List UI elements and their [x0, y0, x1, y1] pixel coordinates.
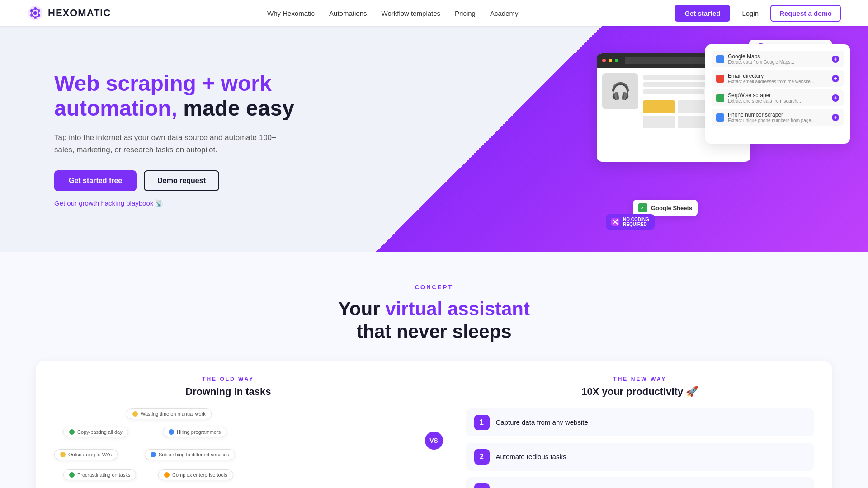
workflow-item-4: Phone number scraper Extract unique phon… — [712, 109, 844, 126]
nav-get-started-button[interactable]: Get started — [675, 5, 730, 22]
logo-text: HEXOMATIC — [48, 7, 111, 19]
svg-point-7 — [33, 11, 37, 15]
hero-subtitle: Tap into the internet as your own data s… — [54, 131, 298, 156]
old-way-title: Drowning in tasks — [54, 386, 402, 398]
nav-pricing[interactable]: Pricing — [455, 9, 476, 17]
hero-title: Web scraping + work automation, made eas… — [54, 71, 298, 121]
node-complex-tools: Complex enterprise tools — [158, 469, 233, 480]
hero-title-dark: made easy — [177, 96, 294, 120]
node-manual-work: Wasting time on manual work — [127, 408, 212, 419]
node-programmers: Hiring programmers — [163, 427, 226, 437]
node-dot-4 — [60, 452, 66, 457]
new-way-title: 10X your productivity 🚀 — [466, 386, 814, 398]
hero-buttons: Get started free Demo request — [54, 170, 298, 191]
node-diagram: Wasting time on manual work Copy-pasting… — [54, 408, 402, 481]
workflow-text-2: Email directory Extract email addresses … — [728, 73, 814, 84]
sheets-icon: ✓ — [638, 203, 647, 212]
grid-cell-4 — [643, 116, 675, 128]
workflow-item-1: Google Maps Extract data from Google Map… — [712, 51, 844, 67]
concept-label: CONCEPT — [36, 284, 832, 291]
hero-illustration: 24/7 FROM THE CLOUD 🎧 — [597, 44, 850, 225]
node-dot-1 — [132, 411, 138, 417]
workflow-add-2[interactable] — [832, 75, 839, 82]
nav-demo-button[interactable]: Request a demo — [770, 5, 841, 22]
concept-title: Your virtual assistant that never sleeps — [36, 298, 832, 343]
hero-title-purple: automation, — [54, 96, 177, 120]
new-way-item-1: 1 Capture data from any website — [466, 408, 814, 436]
concept-title-regular: Your — [338, 298, 385, 319]
nav-workflow-templates[interactable]: Workflow templates — [382, 9, 441, 17]
node-dot-6 — [69, 472, 75, 478]
hero-section: Web scraping + work automation, made eas… — [0, 26, 868, 252]
workflow-icon-3 — [716, 94, 724, 102]
new-way-panel: THE NEW WAY 10X your productivity 🚀 1 Ca… — [448, 361, 832, 488]
product-image: 🎧 — [602, 73, 638, 109]
new-way-item-3: 3 Scale your work on autopilot — [466, 477, 814, 488]
vs-divider: VS — [420, 361, 448, 488]
nav-why[interactable]: Why Hexomatic — [267, 9, 315, 17]
nav-login-button[interactable]: Login — [736, 5, 765, 22]
old-way-panel: THE OLD WAY Drowning in tasks Wasting ti… — [36, 361, 420, 488]
sheets-badge: ✓ Google Sheets — [633, 200, 698, 216]
browser-dot-red — [602, 59, 606, 62]
node-copy-paste: Copy-pasting all day — [63, 427, 128, 437]
hero-playbook-link[interactable]: Get our growth hacking playbook 📡 — [54, 199, 164, 207]
new-way-label: THE NEW WAY — [466, 376, 814, 382]
vs-badge: VS — [425, 432, 443, 450]
item-number-3: 3 — [474, 483, 490, 488]
new-way-items: 1 Capture data from any website 2 Automa… — [466, 408, 814, 488]
hero-title-line1: Web scraping + work — [54, 71, 272, 95]
concept-title-purple: virtual assistant — [385, 298, 530, 319]
workflow-text-3: SerpWise scraper Extract and store data … — [728, 92, 801, 103]
item-number-2: 2 — [474, 449, 490, 465]
node-dot-2 — [69, 429, 75, 435]
hero-left: Web scraping + work automation, made eas… — [54, 71, 298, 208]
concept-section: CONCEPT Your virtual assistant that neve… — [0, 252, 868, 488]
item-text-1: Capture data from any website — [496, 418, 588, 426]
logo-link[interactable]: HEXOMATIC — [27, 5, 111, 21]
nav-automations[interactable]: Automations — [329, 9, 367, 17]
workflow-icon-1 — [716, 55, 724, 63]
content-line-3 — [643, 89, 704, 94]
workflow-add-1[interactable] — [832, 56, 839, 63]
no-coding-text: NO CODING REQUIRED — [623, 217, 649, 227]
new-way-item-2: 2 Automate tedious tasks — [466, 443, 814, 471]
workflow-panel: Google Maps Extract data from Google Map… — [705, 44, 850, 144]
browser-dot-green — [615, 59, 618, 62]
node-outsourcing: Outsourcing to VA's — [54, 449, 118, 460]
browser-dot-yellow — [609, 59, 612, 62]
item-text-2: Automate tedious tasks — [496, 453, 566, 460]
concept-title-line2: that never sleeps — [356, 321, 511, 342]
node-subscribing: Subscribing to different services — [145, 449, 235, 460]
workflow-icon-2 — [716, 75, 724, 83]
workflow-item-2: Email directory Extract email addresses … — [712, 70, 844, 87]
hero-demo-button[interactable]: Demo request — [144, 170, 219, 191]
no-coding-badge: NO CODING REQUIRED — [606, 214, 655, 230]
old-way-label: THE OLD WAY — [54, 376, 402, 382]
workflow-item-3: SerpWise scraper Extract and store data … — [712, 89, 844, 106]
hero-right: 24/7 FROM THE CLOUD 🎧 — [588, 53, 832, 225]
node-procrastinating: Procrastinating on tasks — [63, 469, 136, 480]
navbar: HEXOMATIC Why Hexomatic Automations Work… — [0, 0, 868, 26]
sheets-label: Google Sheets — [651, 205, 692, 211]
node-dot-7 — [164, 472, 170, 478]
workflow-icon-4 — [716, 113, 724, 122]
workflow-text-4: Phone number scraper Extract unique phon… — [728, 112, 815, 123]
node-dot-5 — [151, 452, 156, 457]
workflow-add-3[interactable] — [832, 94, 839, 102]
hero-get-started-button[interactable]: Get started free — [54, 170, 137, 191]
nav-links: Why Hexomatic Automations Workflow templ… — [267, 9, 518, 17]
workflow-add-4[interactable] — [832, 114, 839, 121]
node-dot-3 — [169, 429, 174, 435]
nav-academy[interactable]: Academy — [490, 9, 519, 17]
svg-text:✓: ✓ — [641, 206, 644, 211]
nav-actions: Get started Login Request a demo — [675, 5, 841, 22]
comparison-container: THE OLD WAY Drowning in tasks Wasting ti… — [36, 361, 832, 488]
workflow-text-1: Google Maps Extract data from Google Map… — [728, 53, 794, 65]
grid-cell-1 — [643, 100, 675, 113]
item-number-1: 1 — [474, 415, 490, 430]
